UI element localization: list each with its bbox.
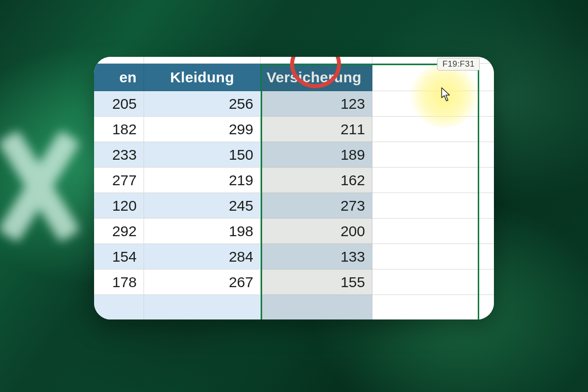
cell-empty[interactable]	[372, 117, 479, 142]
cell[interactable]: 292	[94, 219, 144, 244]
cell[interactable]	[144, 295, 261, 319]
background: en Kleidung Versicherung 205 256 123 182…	[0, 0, 588, 392]
excel-x-icon	[0, 122, 93, 250]
cell-empty[interactable]	[479, 244, 494, 270]
cell[interactable]: 200	[261, 219, 372, 244]
screenshot-panel: en Kleidung Versicherung 205 256 123 182…	[94, 57, 494, 319]
cell[interactable]: 245	[144, 193, 261, 219]
cell-empty[interactable]	[479, 168, 494, 193]
cell[interactable]: 267	[144, 270, 261, 295]
row-sliver	[94, 57, 494, 64]
cell-empty[interactable]	[372, 270, 479, 295]
table-row: 233 150 189	[94, 142, 494, 168]
cell-empty[interactable]	[372, 142, 479, 168]
cell[interactable]: 219	[144, 168, 261, 193]
cell[interactable]: 120	[94, 193, 144, 219]
column-header-c[interactable]: Versicherung	[261, 64, 372, 91]
cell[interactable]	[261, 295, 372, 319]
cell-empty[interactable]	[372, 193, 479, 219]
cell-empty[interactable]	[261, 57, 372, 64]
cell-empty[interactable]	[479, 219, 494, 244]
cell-empty[interactable]	[479, 142, 494, 168]
cell-empty[interactable]	[479, 295, 494, 319]
cell-empty[interactable]	[479, 117, 494, 142]
cell[interactable]: 123	[261, 91, 372, 117]
cell[interactable]: 155	[261, 270, 372, 295]
cell[interactable]: 205	[94, 91, 144, 117]
cell[interactable]	[94, 295, 144, 319]
cell-empty[interactable]	[372, 244, 479, 270]
cell-range-tooltip: F19:F31	[437, 58, 480, 71]
cell-empty[interactable]	[372, 219, 479, 244]
table-header-row: en Kleidung Versicherung	[94, 64, 494, 91]
cell-empty[interactable]	[372, 295, 479, 319]
table-row: 178 267 155	[94, 270, 494, 295]
cell[interactable]: 178	[94, 270, 144, 295]
cell[interactable]: 133	[261, 244, 372, 270]
cell-empty[interactable]	[479, 270, 494, 295]
spreadsheet[interactable]: en Kleidung Versicherung 205 256 123 182…	[94, 57, 494, 319]
table-row: 277 219 162	[94, 168, 494, 193]
column-header-a-fragment[interactable]: en	[94, 64, 144, 91]
table-row: 182 299 211	[94, 117, 494, 142]
cell[interactable]: 284	[144, 244, 261, 270]
table-row: 154 284 133	[94, 244, 494, 270]
table-row	[94, 295, 494, 319]
column-header-b[interactable]: Kleidung	[144, 64, 261, 91]
table-row: 292 198 200	[94, 219, 494, 244]
cell[interactable]: 162	[261, 168, 372, 193]
cell-empty[interactable]	[144, 57, 261, 64]
cell[interactable]: 299	[144, 117, 261, 142]
cell[interactable]: 150	[144, 142, 261, 168]
cell[interactable]: 233	[94, 142, 144, 168]
cell-empty[interactable]	[479, 57, 494, 64]
cell-empty[interactable]	[372, 91, 479, 117]
cell[interactable]: 277	[94, 168, 144, 193]
table-row: 120 245 273	[94, 193, 494, 219]
cell[interactable]: 273	[261, 193, 372, 219]
cell[interactable]: 211	[261, 117, 372, 142]
column-header-e-empty[interactable]	[479, 64, 494, 91]
cell[interactable]: 182	[94, 117, 144, 142]
cell[interactable]: 189	[261, 142, 372, 168]
cell-empty[interactable]	[479, 193, 494, 219]
table-row: 205 256 123	[94, 91, 494, 117]
cell-empty[interactable]	[372, 168, 479, 193]
cell[interactable]: 198	[144, 219, 261, 244]
cell[interactable]: 154	[94, 244, 144, 270]
cell-empty[interactable]	[479, 91, 494, 117]
cell[interactable]: 256	[144, 91, 261, 117]
cell-empty[interactable]	[94, 57, 144, 64]
